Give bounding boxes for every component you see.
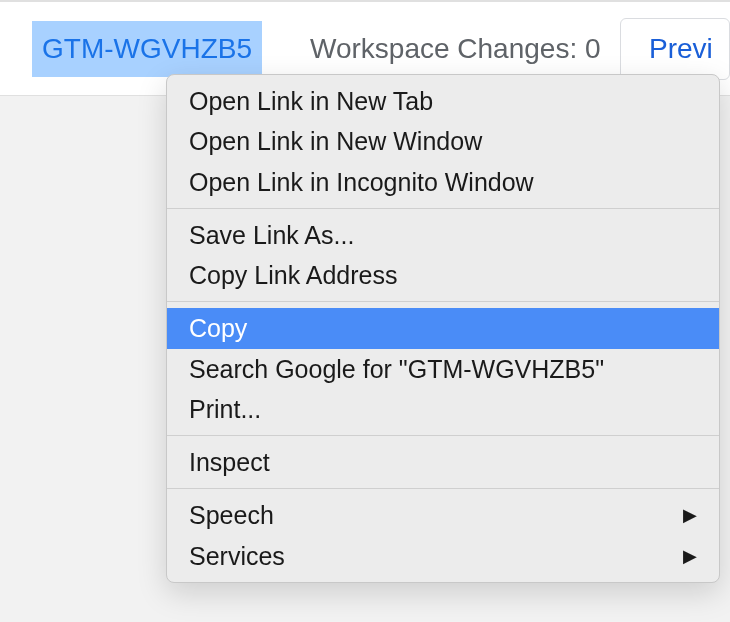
gtm-container-id[interactable]: GTM-WGVHZB5: [32, 21, 262, 77]
menu-separator: [167, 435, 719, 436]
menu-item-save-link-as[interactable]: Save Link As...: [167, 215, 719, 255]
menu-item-label: Search Google for "GTM-WGVHZB5": [189, 351, 604, 387]
menu-item-label: Copy Link Address: [189, 257, 397, 293]
menu-item-label: Open Link in Incognito Window: [189, 164, 534, 200]
submenu-arrow-icon: ▶: [683, 502, 697, 528]
menu-item-label: Save Link As...: [189, 217, 354, 253]
menu-item-label: Inspect: [189, 444, 270, 480]
menu-item-label: Speech: [189, 497, 274, 533]
menu-item-services[interactable]: Services ▶: [167, 536, 719, 576]
context-menu: Open Link in New Tab Open Link in New Wi…: [166, 74, 720, 583]
menu-item-copy[interactable]: Copy: [167, 308, 719, 348]
menu-item-label: Open Link in New Tab: [189, 83, 433, 119]
menu-item-open-new-tab[interactable]: Open Link in New Tab: [167, 81, 719, 121]
menu-item-open-incognito[interactable]: Open Link in Incognito Window: [167, 162, 719, 202]
menu-item-inspect[interactable]: Inspect: [167, 442, 719, 482]
menu-item-print[interactable]: Print...: [167, 389, 719, 429]
menu-item-speech[interactable]: Speech ▶: [167, 495, 719, 535]
menu-item-label: Open Link in New Window: [189, 123, 482, 159]
workspace-changes-label[interactable]: Workspace Changes: 0: [310, 33, 601, 65]
menu-item-copy-link-address[interactable]: Copy Link Address: [167, 255, 719, 295]
preview-button[interactable]: Previ: [620, 18, 730, 80]
menu-item-label: Copy: [189, 310, 247, 346]
menu-item-label: Print...: [189, 391, 261, 427]
submenu-arrow-icon: ▶: [683, 543, 697, 569]
menu-separator: [167, 488, 719, 489]
menu-item-label: Services: [189, 538, 285, 574]
menu-separator: [167, 301, 719, 302]
menu-item-open-new-window[interactable]: Open Link in New Window: [167, 121, 719, 161]
menu-separator: [167, 208, 719, 209]
menu-item-search-google[interactable]: Search Google for "GTM-WGVHZB5": [167, 349, 719, 389]
